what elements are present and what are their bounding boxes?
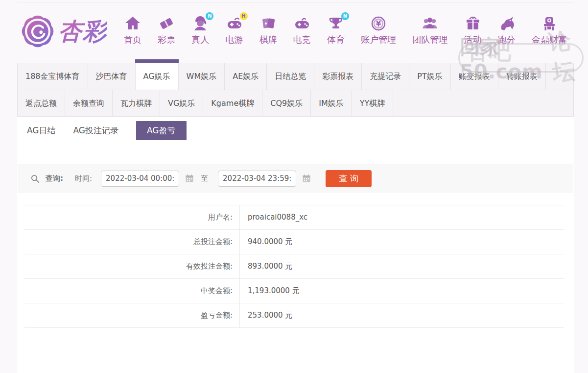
tab-yy-boardgames[interactable]: YY棋牌	[352, 90, 394, 116]
table-row-valid-bet: 有效投注金额: 893.0000 元	[24, 254, 564, 279]
end-datetime-input[interactable]	[218, 171, 296, 187]
live-person-icon: N	[191, 15, 209, 32]
lotus-logo-icon	[17, 11, 58, 52]
ag-subtabs: AG日结 AG投注记录 AG盈亏	[27, 121, 187, 140]
nav-item-team-management[interactable]: 团队管理	[412, 15, 447, 46]
profit-loss-table: 用户名: proaicai0088_xc 总投注金额: 940.0000 元 有…	[24, 205, 564, 328]
nav-label: 团队管理	[412, 34, 447, 46]
tab-shaba-sports[interactable]: 沙巴体育	[88, 63, 136, 90]
nav-label: 真人	[191, 34, 209, 46]
home-icon	[124, 15, 141, 32]
nav-label: 棋牌	[259, 34, 277, 46]
cards-icon	[259, 15, 277, 32]
query-label: 查询:	[46, 174, 63, 183]
nav-item-activity[interactable]: 活动	[464, 15, 482, 46]
hot-badge: H	[240, 12, 248, 20]
table-row-winning-amount: 中奖金额: 1,193.0000 元	[24, 279, 564, 303]
tab-wm-entertainment[interactable]: WM娱乐	[179, 63, 225, 90]
nav-label: 电竞	[293, 34, 311, 46]
brand-name: 杏彩	[58, 16, 107, 47]
nav-label: 跑分	[498, 34, 516, 46]
row-label: 有效投注金额:	[24, 254, 240, 278]
tab-im-entertainment[interactable]: IM娱乐	[311, 90, 352, 116]
nav-label: 金鼎财富	[532, 34, 567, 46]
tab-ae-entertainment[interactable]: AE娱乐	[225, 63, 267, 90]
nav-item-boardgames[interactable]: 棋牌	[259, 15, 277, 46]
new-badge: N	[341, 12, 349, 20]
nav-item-egames[interactable]: H 电游	[226, 15, 243, 46]
row-value: 893.0000 元	[240, 254, 292, 278]
nav-item-paofen[interactable]: 跑分	[498, 15, 516, 46]
query-bar: 查询: 时间: 至 查 询	[18, 164, 573, 193]
tab-lottery-report[interactable]: 彩票报表	[314, 63, 362, 90]
tab-vg-entertainment[interactable]: VG娱乐	[160, 90, 203, 116]
nav-item-esports[interactable]: 电竞	[293, 15, 311, 46]
tab-transfer-report[interactable]: 转账报表	[498, 63, 546, 90]
calendar-icon[interactable]	[185, 174, 194, 183]
page: 杏彩 首页 彩票	[0, 0, 588, 373]
report-tabbar: 188金宝博体育 沙巴体育 AG娱乐 WM娱乐 AE娱乐 日结总览 彩票报表 充…	[17, 63, 574, 117]
tab-daily-summary[interactable]: 日结总览	[267, 63, 314, 90]
tab-pt-entertainment[interactable]: PT娱乐	[409, 63, 450, 90]
nav-label: 首页	[124, 34, 141, 46]
tab-row-1: 188金宝博体育 沙巴体育 AG娱乐 WM娱乐 AE娱乐 日结总览 彩票报表 充…	[18, 63, 573, 90]
nav-label: 账户管理	[361, 34, 396, 46]
team-people-icon	[421, 15, 439, 32]
nav-label: 体育	[327, 34, 345, 46]
start-datetime-input[interactable]	[101, 171, 179, 187]
to-label: 至	[201, 174, 208, 183]
nav-label: 电游	[226, 34, 243, 46]
brand-logo[interactable]: 杏彩	[17, 11, 109, 52]
tab-rebate-total[interactable]: 返点总额	[18, 90, 65, 116]
esports-gamepad-icon	[293, 15, 311, 32]
nav-item-wealth[interactable]: 金鼎财富	[532, 15, 567, 46]
query-submit-button[interactable]: 查 询	[326, 170, 372, 187]
row-label: 盈亏金额:	[24, 303, 240, 327]
trophy-icon: N	[327, 15, 345, 32]
nav-item-sports[interactable]: N 体育	[327, 15, 345, 46]
gamepad-icon: H	[226, 15, 243, 32]
throne-icon	[541, 15, 558, 32]
ticket-icon	[158, 15, 175, 32]
tab-wali-boardgames[interactable]: 瓦力棋牌	[113, 90, 160, 116]
tab-deposit-withdraw-records[interactable]: 充提记录	[362, 63, 409, 90]
nav-label: 活动	[464, 34, 482, 46]
calendar-icon[interactable]	[302, 174, 311, 183]
subtab-ag-bet-records[interactable]: AG投注记录	[73, 121, 119, 140]
tab-ag-entertainment[interactable]: AG娱乐	[136, 63, 179, 90]
table-row-profit-loss: 盈亏金额: 253.0000 元	[24, 303, 564, 328]
nav-item-account-management[interactable]: ¥ 账户管理	[361, 15, 396, 46]
svg-text:¥: ¥	[376, 19, 381, 28]
row-label: 总投注金额:	[24, 230, 240, 254]
tab-balance-query[interactable]: 余额查询	[65, 90, 113, 116]
row-value: proaicai0088_xc	[240, 205, 307, 229]
search-icon	[30, 174, 40, 183]
subtab-ag-daily[interactable]: AG日结	[27, 121, 56, 140]
header: 杏彩 首页 彩票	[17, 5, 574, 58]
top-divider	[17, 2, 574, 2]
tab-cq9-entertainment[interactable]: CQ9娱乐	[262, 90, 311, 116]
new-badge: N	[206, 12, 213, 20]
tab-row-2: 返点总额 余额查询 瓦力棋牌 VG娱乐 Kgame棋牌 CQ9娱乐 IM娱乐 Y…	[18, 90, 573, 116]
row-value: 253.0000 元	[240, 303, 292, 327]
row-value: 940.0000 元	[240, 230, 292, 254]
row-label: 用户名:	[24, 205, 240, 229]
row-label: 中奖金额:	[24, 279, 240, 303]
subtab-ag-profit-loss[interactable]: AG盈亏	[136, 121, 187, 140]
yuan-coin-icon: ¥	[370, 15, 387, 32]
row-value: 1,193.0000 元	[240, 279, 300, 303]
main-nav: 首页 彩票 N 真人	[109, 15, 574, 49]
tab-188jinbaobo-sports[interactable]: 188金宝博体育	[18, 63, 88, 90]
table-row-total-bet: 总投注金额: 940.0000 元	[24, 230, 564, 254]
nav-label: 彩票	[158, 34, 175, 46]
time-label: 时间:	[75, 174, 92, 183]
horse-icon	[498, 15, 516, 32]
nav-item-lottery[interactable]: 彩票	[158, 15, 175, 46]
gift-icon	[464, 15, 482, 32]
tab-kgame-boardgames[interactable]: Kgame棋牌	[203, 90, 262, 116]
tab-account-change-report[interactable]: 账变报表	[451, 63, 498, 90]
table-row-username: 用户名: proaicai0088_xc	[24, 205, 564, 230]
nav-item-live[interactable]: N 真人	[191, 15, 209, 46]
nav-item-home[interactable]: 首页	[124, 15, 141, 46]
